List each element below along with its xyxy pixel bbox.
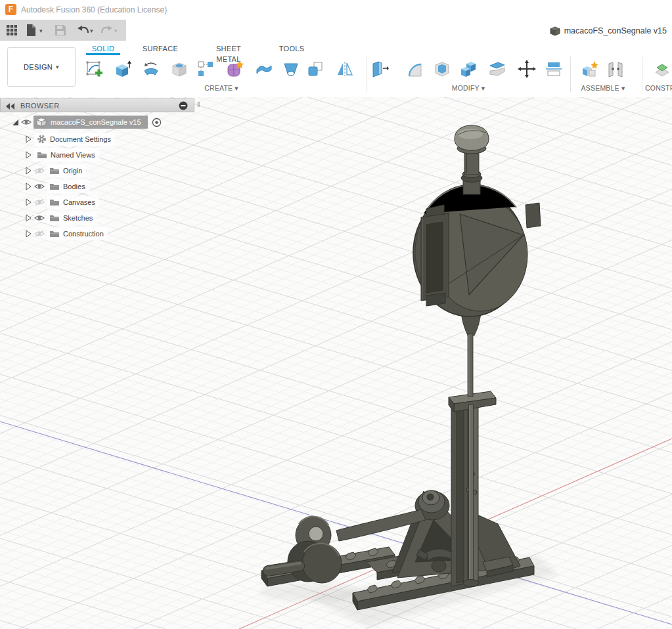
workspace-label: DESIGN (24, 63, 53, 71)
component-cube-icon (550, 26, 560, 36)
fusion-logo-icon: F (5, 4, 16, 15)
folder-icon (49, 167, 60, 175)
root-component-item[interactable]: macacoFS_conSegnale v15 (34, 116, 148, 129)
quick-access-toolbar: ▾ ▾ ▾ macacoFS_conSegnale v15 (0, 20, 672, 41)
combine-icon[interactable] (457, 58, 480, 80)
create-form-icon[interactable] (224, 58, 246, 80)
undo-icon[interactable] (76, 24, 89, 37)
visibility-eye-icon[interactable] (21, 118, 32, 126)
ribbon-toolbar: DESIGN ▾ SOLID SURFACE SHEET METAL TOOLS (0, 41, 672, 98)
visibility-eye-icon[interactable] (34, 167, 45, 175)
expand-arrow-icon[interactable] (24, 230, 32, 238)
group-label-modify[interactable]: MODIFY ▾ (444, 84, 493, 92)
browser-item-origin[interactable]: Origin (22, 164, 86, 177)
window-title: Autodesk Fusion 360 (Education License) (21, 5, 167, 14)
hole-icon[interactable] (168, 58, 190, 80)
browser-item-label: Bodies (63, 183, 85, 190)
expand-arrow-icon[interactable] (24, 198, 32, 206)
browser-item-label: Named Views (51, 151, 95, 159)
visibility-eye-icon[interactable] (34, 214, 45, 222)
root-component-label: macacoFS_conSegnale v15 (51, 118, 141, 126)
tab-surface[interactable]: SURFACE (141, 43, 180, 55)
extrude-icon[interactable] (112, 58, 134, 80)
document-tab-label: macacoFS_conSegnale v15 (564, 26, 667, 35)
loft-icon[interactable] (280, 58, 302, 80)
group-label-construct[interactable]: CONSTR (645, 84, 672, 92)
file-menu-icon[interactable] (24, 24, 37, 37)
document-tab[interactable]: macacoFS_conSegnale v15 (550, 24, 667, 37)
expand-arrow-icon[interactable] (24, 135, 32, 143)
browser-item-label: Construction (63, 230, 104, 238)
redo-icon[interactable] (101, 24, 114, 37)
visibility-eye-icon[interactable] (34, 230, 45, 238)
expanded-arrow-icon[interactable] (11, 118, 19, 126)
workspace-caret: ▾ (56, 64, 59, 70)
boolean-icon[interactable] (304, 58, 326, 80)
new-component-icon[interactable] (579, 58, 601, 80)
browser-item-label: Canvases (63, 198, 95, 206)
component-cube-icon (36, 117, 47, 127)
active-tab-underline (86, 53, 120, 55)
gear-icon (37, 135, 47, 144)
revolve-icon[interactable] (140, 58, 162, 80)
folder-icon (49, 183, 60, 190)
rectangular-pattern-icon[interactable] (194, 58, 217, 80)
thicken-icon[interactable] (253, 58, 275, 80)
joint-icon[interactable] (604, 58, 627, 80)
workspace-selector[interactable]: DESIGN ▾ (7, 47, 76, 87)
expand-arrow-icon[interactable] (24, 151, 32, 159)
group-separator (570, 56, 571, 92)
browser-item-bodies[interactable]: Bodies (22, 180, 89, 193)
browser-item-named-views[interactable]: Named Views (22, 148, 99, 162)
folder-icon (37, 151, 47, 159)
move-copy-icon[interactable] (516, 58, 538, 80)
shell-icon[interactable] (431, 58, 453, 80)
save-icon[interactable] (54, 24, 67, 37)
fillet-icon[interactable] (403, 58, 425, 80)
browser-item-canvases[interactable]: Canvases (22, 196, 99, 209)
activate-component-radio-icon[interactable] (152, 118, 162, 127)
expand-arrow-icon[interactable] (24, 214, 32, 222)
folder-icon (49, 230, 60, 238)
file-menu-caret[interactable]: ▾ (39, 28, 43, 34)
browser-item-label: Origin (63, 167, 82, 175)
browser-item-construction[interactable]: Construction (22, 227, 108, 240)
offset-plane-icon[interactable] (651, 58, 672, 80)
dock-panel-icon[interactable] (6, 103, 15, 110)
browser-item-label: Document Settings (50, 135, 111, 143)
group-label-create[interactable]: CREATE ▾ (197, 84, 246, 92)
expand-arrow-icon[interactable] (24, 183, 32, 190)
browser-item-document-settings[interactable]: Document Settings (22, 133, 115, 146)
app-launcher-grid-icon[interactable] (5, 24, 18, 37)
undo-caret[interactable]: ▾ (90, 28, 93, 34)
folder-icon (49, 198, 60, 206)
visibility-eye-icon[interactable] (34, 183, 45, 190)
browser-root-row[interactable]: macacoFS_conSegnale v15 (9, 116, 162, 129)
browser-header[interactable]: BROWSER (0, 98, 194, 112)
viewport-3d[interactable] (0, 97, 672, 629)
tab-tools[interactable]: TOOLS (278, 43, 305, 55)
group-label-assemble[interactable]: ASSEMBLE ▾ (575, 84, 631, 92)
press-pull-icon[interactable] (369, 58, 391, 80)
fusion360-window: F Autodesk Fusion 360 (Education License… (0, 0, 672, 629)
collapse-browser-icon[interactable] (179, 101, 188, 110)
browser-resize-grip[interactable]: ‖ (197, 100, 200, 108)
tab-sheet-metal[interactable]: SHEET METAL (204, 43, 254, 55)
visibility-eye-icon[interactable] (34, 198, 45, 206)
group-separator (367, 56, 367, 92)
expand-arrow-icon[interactable] (24, 167, 32, 175)
mirror-icon[interactable] (334, 58, 356, 80)
create-sketch-icon[interactable] (83, 58, 105, 80)
browser-item-label: Sketches (63, 214, 93, 222)
redo-caret[interactable]: ▾ (114, 28, 118, 34)
align-icon[interactable] (543, 58, 565, 80)
browser-title: BROWSER (20, 102, 60, 110)
title-bar: F Autodesk Fusion 360 (Education License… (0, 0, 672, 20)
browser-item-sketches[interactable]: Sketches (22, 211, 97, 225)
folder-icon (49, 214, 60, 222)
split-body-icon[interactable] (486, 58, 508, 80)
group-separator (642, 56, 642, 92)
